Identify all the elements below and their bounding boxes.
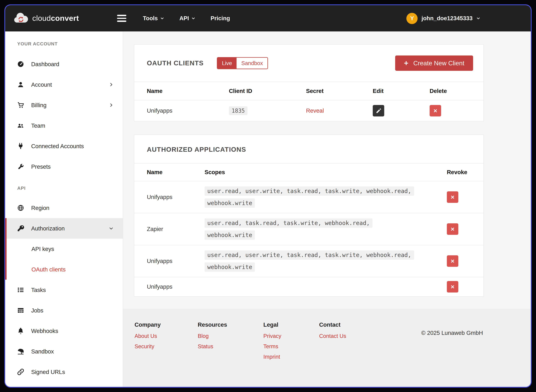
chevron-down-icon: [191, 16, 195, 20]
nav-api-dropdown[interactable]: API: [179, 15, 195, 22]
sidebar-item-presets[interactable]: Presets: [5, 156, 123, 177]
oauth-clients-card: OAUTH CLIENTS Live Sandbox + Create New …: [134, 44, 484, 121]
pencil-icon: [376, 108, 381, 114]
sidebar-item-dashboard[interactable]: Dashboard: [5, 54, 123, 74]
chevron-down-icon: [109, 226, 113, 231]
revoke-button[interactable]: ×: [447, 281, 458, 293]
footer-link-terms[interactable]: Terms: [263, 343, 319, 350]
sidebar: YOUR ACCOUNT Dashboard Account Billing: [5, 31, 123, 387]
main-content: OAUTH CLIENTS Live Sandbox + Create New …: [123, 31, 531, 387]
authorized-app-row: Unifyapps ×: [134, 277, 484, 296]
link-icon: [17, 369, 24, 375]
nav-pricing-link[interactable]: Pricing: [211, 15, 230, 22]
footer-heading: Contact: [319, 322, 386, 328]
globe-icon: [17, 205, 24, 211]
sidebar-item-team[interactable]: Team: [5, 115, 123, 136]
revoke-button[interactable]: ×: [447, 191, 458, 203]
tasks-icon: [17, 286, 24, 293]
brand-logo[interactable]: cloudconvert: [13, 13, 79, 24]
edit-client-button[interactable]: [373, 105, 384, 117]
footer-copyright: © 2025 Lunaweb GmbH: [421, 330, 483, 379]
sidebar-label: Webhooks: [31, 328, 58, 334]
footer-link-contact-us[interactable]: Contact Us: [319, 333, 386, 339]
app-scopes: user.read, user.write, task.read, task.w…: [205, 249, 421, 273]
sidebar-item-account[interactable]: Account: [5, 74, 123, 95]
key-icon: [17, 225, 24, 232]
footer-link-status[interactable]: Status: [198, 343, 263, 350]
footer-link-about-us[interactable]: About Us: [135, 333, 198, 339]
sidebar-label: Signed URLs: [31, 369, 65, 375]
nav-tools-label: Tools: [143, 15, 158, 22]
sidebar-label: Team: [31, 122, 45, 129]
footer-heading: Resources: [198, 322, 263, 328]
scopes-code: user.read, task.read, task.write, webhoo…: [205, 218, 372, 240]
screen: cloudconvert Tools API Pricing Y john_do: [0, 0, 536, 392]
sidebar-item-billing[interactable]: Billing: [5, 95, 123, 115]
chevron-right-icon: [109, 82, 113, 87]
footer-link-blog[interactable]: Blog: [198, 333, 263, 339]
scroll-area: OAUTH CLIENTS Live Sandbox + Create New …: [123, 31, 531, 309]
footer-link-privacy[interactable]: Privacy: [263, 333, 319, 339]
env-live-button[interactable]: Live: [217, 58, 237, 69]
sidebar-item-region[interactable]: Region: [5, 198, 123, 218]
authorized-app-row: Unifyapps user.read, user.write, task.re…: [134, 245, 484, 277]
sidebar-subitem-api-keys[interactable]: API keys: [5, 239, 123, 259]
revoke-button[interactable]: ×: [447, 255, 458, 267]
sidebar-item-tasks[interactable]: Tasks: [5, 280, 123, 300]
scopes-code: user.read, user.write, task.read, task.w…: [205, 187, 414, 208]
hamburger-menu-icon[interactable]: [117, 15, 127, 22]
client-name: Unifyapps: [134, 107, 229, 114]
footer-column-legal: Legal Privacy Terms Imprint: [263, 322, 319, 379]
username: john_doe12345333: [421, 15, 473, 22]
nav-api-label: API: [179, 15, 189, 22]
cart-icon: [17, 102, 24, 108]
close-icon: ×: [451, 283, 455, 290]
wrench-icon: [17, 163, 24, 170]
app-window: cloudconvert Tools API Pricing Y john_do: [4, 4, 532, 388]
sidebar-label: Billing: [31, 102, 47, 108]
app-name: Unifyapps: [134, 284, 205, 290]
footer-link-security[interactable]: Security: [135, 343, 198, 350]
authorized-app-row: Unifyapps user.read, user.write, task.re…: [134, 181, 484, 213]
sidebar-item-jobs[interactable]: Jobs: [5, 300, 123, 321]
environment-toggle: Live Sandbox: [217, 57, 268, 69]
user-icon: [17, 81, 24, 88]
column-header-name: Name: [134, 88, 229, 94]
user-menu[interactable]: Y john_doe12345333: [406, 13, 480, 24]
avatar: Y: [406, 13, 418, 24]
env-sandbox-button[interactable]: Sandbox: [237, 58, 268, 69]
column-header-revoke: Revoke: [447, 169, 484, 176]
column-header-client-id: Client ID: [229, 88, 306, 94]
dashboard-icon: [17, 61, 24, 68]
create-new-client-label: Create New Client: [413, 60, 464, 67]
apps-table-header: Name Scopes Revoke: [134, 163, 484, 181]
authorized-apps-title: AUTHORIZED APPLICATIONS: [147, 146, 246, 153]
sidebar-item-connected-accounts[interactable]: Connected Accounts: [5, 136, 123, 156]
footer-heading: Legal: [263, 322, 319, 328]
nav-tools-dropdown[interactable]: Tools: [143, 15, 164, 22]
revoke-button[interactable]: ×: [447, 223, 458, 235]
nav-pricing-label: Pricing: [211, 15, 230, 22]
delete-client-button[interactable]: ×: [430, 105, 441, 117]
footer: Company About Us Security Resources Blog…: [123, 309, 531, 387]
sidebar-label: Account: [31, 81, 52, 88]
reveal-secret-link[interactable]: Reveal: [306, 107, 324, 114]
create-new-client-button[interactable]: + Create New Client: [395, 56, 473, 71]
cloudconvert-logo-icon: [13, 13, 28, 24]
sidebar-item-webhooks[interactable]: Webhooks: [5, 321, 123, 341]
sidebar-subitem-oauth-clients[interactable]: OAuth clients: [5, 259, 123, 280]
footer-column-resources: Resources Blog Status: [198, 322, 263, 379]
sidebar-label: API keys: [31, 246, 54, 252]
sidebar-item-signed-urls[interactable]: Signed URLs: [5, 362, 123, 382]
close-icon: ×: [451, 257, 455, 265]
close-icon: ×: [451, 193, 455, 201]
sidebar-item-authorization[interactable]: Authorization: [5, 218, 123, 239]
umbrella-icon: [17, 348, 24, 355]
app-name: Unifyapps: [134, 258, 205, 264]
sidebar-label: Authorization: [31, 225, 65, 232]
footer-heading: Company: [135, 322, 198, 328]
brand-name: cloudconvert: [32, 14, 79, 23]
column-header-scopes: Scopes: [205, 169, 447, 176]
footer-link-imprint[interactable]: Imprint: [263, 354, 319, 360]
sidebar-item-sandbox[interactable]: Sandbox: [5, 341, 123, 362]
